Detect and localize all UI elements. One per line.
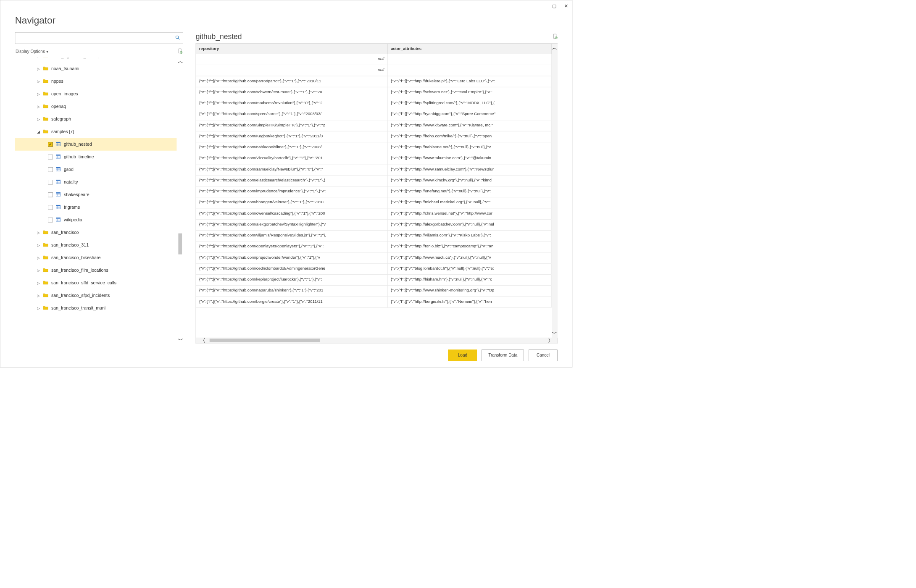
tree-folder[interactable]: ▷openaq <box>15 100 177 113</box>
tree-folder[interactable]: ▷open_images <box>15 88 177 100</box>
tree-folder[interactable]: ◢samples [7] <box>15 126 177 138</box>
expand-icon[interactable]: ▷ <box>37 79 40 84</box>
table-row[interactable]: {"v":{"f":[{"v":"https://github.com/samu… <box>196 164 551 175</box>
tree-folder[interactable]: ▷san_francisco_sffd_service_calls <box>15 277 177 289</box>
tree-scrollbar[interactable]: ︿ ﹀ <box>177 58 183 344</box>
grid-vscroll[interactable]: ︿ ﹀ <box>552 44 558 338</box>
tree[interactable]: ▷noaa_significant_earthquakes▷noaa_tsuna… <box>15 58 177 344</box>
grid-scroll-left-icon[interactable]: 〈 <box>196 337 210 344</box>
expand-icon[interactable]: ◢ <box>37 130 40 134</box>
tree-table[interactable]: gsod <box>15 163 177 176</box>
expand-icon[interactable]: ▷ <box>37 58 40 58</box>
table-icon <box>55 216 61 223</box>
table-row[interactable]: {"v":{"f":[{"v":"https://github.com/alex… <box>196 220 551 231</box>
table-row[interactable]: {"v":{"f":[{"v":"https://github.com/cwen… <box>196 208 551 219</box>
tree-folder[interactable]: ▷san_francisco <box>15 226 177 239</box>
cell-actor-attributes: {"v":{"f":[{"v":"http://onefang.net/"},{… <box>388 186 552 197</box>
checkbox[interactable] <box>48 205 53 210</box>
expand-icon[interactable]: ▷ <box>37 281 40 285</box>
checkbox[interactable] <box>48 192 53 197</box>
cell-actor-attributes: {"v":{"f":[{"v":"http://www.kimchy.org"}… <box>388 176 552 186</box>
table-row[interactable]: null <box>196 54 551 65</box>
checkbox[interactable] <box>48 155 53 159</box>
table-row[interactable]: {"v":{"f":[{"v":"https://github.com/impr… <box>196 186 551 197</box>
tree-table[interactable]: github_nested <box>15 138 177 151</box>
table-row[interactable]: {"v":{"f":[{"v":"https://github.com/bban… <box>196 197 551 208</box>
tree-folder[interactable]: ▷san_francisco_sfpd_incidents <box>15 289 177 302</box>
expand-icon[interactable]: ▷ <box>37 256 40 260</box>
scroll-down-icon[interactable]: ﹀ <box>178 336 183 344</box>
tree-folder[interactable]: ▷noaa_tsunami <box>15 63 177 75</box>
table-row[interactable]: {"v":{"f":[{"v":"https://github.com/Kegb… <box>196 131 551 142</box>
table-row[interactable]: {"v":{"f":[{"v":"https://github.com/napa… <box>196 286 551 297</box>
refresh-icon[interactable] <box>177 48 183 55</box>
table-row[interactable]: {"v":{"f":[{"v":"https://github.com/kepl… <box>196 275 551 286</box>
tree-folder[interactable]: ▷safegraph <box>15 113 177 126</box>
table-row[interactable]: {"v":{"f":[{"v":"https://github.com/cedr… <box>196 264 551 275</box>
table-row[interactable]: null <box>196 65 551 76</box>
tree-folder[interactable]: ▷nppes <box>15 75 177 88</box>
tree-item-label: wikipedia <box>64 218 82 223</box>
cell-repository: {"v":{"f":[{"v":"https://github.com/Simp… <box>196 120 387 131</box>
display-options-link[interactable]: Display Options ▾ <box>16 49 48 54</box>
tree-item-label: samples [7] <box>51 129 74 135</box>
table-row[interactable]: {"v":{"f":[{"v":"https://github.com/nabl… <box>196 142 551 153</box>
tree-folder[interactable]: ▷san_francisco_film_locations <box>15 264 177 277</box>
expand-icon[interactable]: ▷ <box>37 117 40 121</box>
checkbox[interactable] <box>48 167 53 172</box>
tree-table[interactable]: wikipedia <box>15 214 177 226</box>
tree-folder[interactable]: ▷san_francisco_bikeshare <box>15 252 177 264</box>
load-button[interactable]: Load <box>448 350 477 362</box>
search-input[interactable] <box>18 36 175 40</box>
close-icon[interactable]: ✕ <box>564 3 568 9</box>
col-header-actor-attributes[interactable]: actor_attributes <box>388 44 552 54</box>
table-row[interactable]: {"v":{"f":[{"v":"https://github.com/berg… <box>196 297 551 307</box>
svg-rect-8 <box>56 155 61 155</box>
tree-table[interactable]: natality <box>15 176 177 189</box>
cell-repository: {"v":{"f":[{"v":"https://github.com/open… <box>196 242 387 252</box>
expand-icon[interactable]: ▷ <box>37 231 40 235</box>
checkbox[interactable] <box>48 218 53 222</box>
table-row[interactable]: {"v":{"f":[{"v":"https://github.com/vilj… <box>196 231 551 242</box>
tree-table[interactable]: github_timeline <box>15 151 177 163</box>
tree-folder[interactable]: ▷san_francisco_transit_muni <box>15 302 177 315</box>
scroll-up-icon[interactable]: ︿ <box>178 58 183 65</box>
tree-item-label: github_timeline <box>64 155 94 160</box>
table-row[interactable]: {"v":{"f":[{"v":"https://github.com/modx… <box>196 98 551 109</box>
table-row[interactable]: {"v":{"f":[{"v":"https://github.com/open… <box>196 242 551 252</box>
table-row[interactable]: {"v":{"f":[{"v":"https://github.com/Vizz… <box>196 153 551 164</box>
expand-icon[interactable]: ▷ <box>37 294 40 298</box>
expand-icon[interactable]: ▷ <box>37 67 40 71</box>
tree-folder[interactable]: ▷san_francisco_311 <box>15 239 177 252</box>
search-box[interactable] <box>15 32 183 44</box>
col-header-repository[interactable]: repository <box>196 44 387 54</box>
checkbox[interactable] <box>48 142 53 147</box>
expand-icon[interactable]: ▷ <box>37 105 40 109</box>
table-row[interactable]: {"v":{"f":[{"v":"https://github.com/parr… <box>196 76 551 87</box>
grid-scroll-up-icon[interactable]: ︿ <box>552 44 557 52</box>
tree-table[interactable]: trigrams <box>15 201 177 214</box>
transform-data-button[interactable]: Transform Data <box>482 350 524 362</box>
expand-icon[interactable]: ▷ <box>37 306 40 310</box>
table-row[interactable]: {"v":{"f":[{"v":"https://github.com/proj… <box>196 252 551 263</box>
search-icon[interactable] <box>175 35 180 42</box>
checkbox[interactable] <box>48 180 53 184</box>
grid-scroll-down-icon[interactable]: ﹀ <box>552 329 557 337</box>
table-row[interactable]: {"v":{"f":[{"v":"https://github.com/Simp… <box>196 120 551 131</box>
preview-grid[interactable]: repository actor_attributes nullnull{"v"… <box>196 43 558 344</box>
table-row[interactable]: {"v":{"f":[{"v":"https://github.com/schw… <box>196 87 551 98</box>
preview-refresh-icon[interactable] <box>552 33 558 40</box>
expand-icon[interactable]: ▷ <box>37 243 40 247</box>
expand-icon[interactable]: ▷ <box>37 268 40 273</box>
tree-folder[interactable]: ▷noaa_significant_earthquakes <box>15 58 177 63</box>
tree-table[interactable]: shakespeare <box>15 189 177 201</box>
maximize-icon[interactable]: ▢ <box>552 3 557 9</box>
svg-point-38 <box>555 37 557 39</box>
table-row[interactable]: {"v":{"f":[{"v":"https://github.com/elas… <box>196 176 551 186</box>
folder-icon <box>43 79 49 84</box>
expand-icon[interactable]: ▷ <box>37 92 40 96</box>
grid-hscroll[interactable]: 〈 〉 <box>196 338 557 344</box>
grid-scroll-right-icon[interactable]: 〉 <box>544 337 558 344</box>
cancel-button[interactable]: Cancel <box>529 350 558 362</box>
table-row[interactable]: {"v":{"f":[{"v":"https://github.com/spre… <box>196 109 551 120</box>
